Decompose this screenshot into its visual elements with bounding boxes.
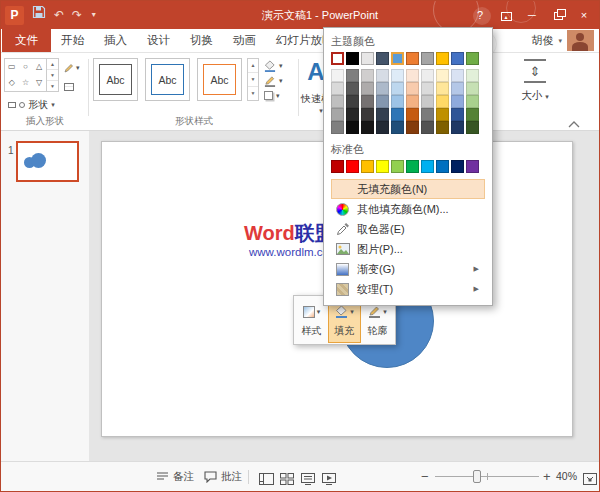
theme-variant-swatch-4-6[interactable]	[421, 121, 434, 134]
theme-variant-swatch-2-2[interactable]	[361, 95, 374, 108]
theme-variant-swatch-3-9[interactable]	[466, 108, 479, 121]
theme-color-swatch-1[interactable]	[346, 52, 359, 65]
theme-variant-swatch-4-3[interactable]	[376, 121, 389, 134]
menu-item-eyedropper[interactable]: 取色器(E)	[331, 219, 485, 239]
slideshow-button[interactable]	[322, 471, 336, 489]
save-button[interactable]	[32, 5, 46, 25]
standard-color-swatch-8[interactable]	[451, 160, 464, 173]
zoom-out-button[interactable]: −	[421, 462, 429, 491]
menu-item-no-fill[interactable]: 无填充颜色(N)	[331, 179, 485, 199]
notes-button[interactable]: 备注	[156, 462, 194, 491]
theme-variant-swatch-4-0[interactable]	[331, 121, 344, 134]
gallery-scroll-down-icon[interactable]: ▼	[47, 70, 58, 81]
minimize-button[interactable]: ─	[519, 1, 545, 29]
shape-style-sample-0[interactable]: Abc	[93, 58, 138, 101]
tab-insert[interactable]: 插入	[94, 29, 137, 52]
theme-variant-swatch-2-6[interactable]	[421, 95, 434, 108]
standard-color-swatch-1[interactable]	[346, 160, 359, 173]
zoom-slider-track[interactable]	[435, 476, 539, 477]
theme-variant-swatch-1-1[interactable]	[346, 82, 359, 95]
theme-variant-swatch-0-5[interactable]	[406, 69, 419, 82]
style-scroll-up-icon[interactable]: ▲	[248, 59, 258, 73]
shape-style-sample-2[interactable]: Abc	[197, 58, 242, 101]
menu-item-texture[interactable]: 纹理(T)▶	[331, 279, 485, 299]
theme-color-swatch-2[interactable]	[361, 52, 374, 65]
theme-variant-swatch-1-0[interactable]	[331, 82, 344, 95]
style-more-icon[interactable]: ▼	[248, 87, 258, 100]
size-icon[interactable]: ⇕	[524, 59, 546, 83]
theme-variant-swatch-0-0[interactable]	[331, 69, 344, 82]
comments-button[interactable]: 批注	[204, 462, 242, 491]
theme-variant-swatch-0-3[interactable]	[376, 69, 389, 82]
theme-variant-swatch-3-7[interactable]	[436, 108, 449, 121]
shape-glyph-1[interactable]: ○	[23, 63, 28, 71]
theme-variant-swatch-4-9[interactable]	[466, 121, 479, 134]
slide-thumbnail[interactable]	[16, 141, 79, 182]
theme-variant-swatch-0-7[interactable]	[436, 69, 449, 82]
tab-file[interactable]: 文件	[2, 29, 51, 52]
ribbon-display-options-button[interactable]: ▲	[493, 1, 519, 29]
gallery-more-icon[interactable]: ▼	[47, 81, 58, 91]
theme-variant-swatch-4-8[interactable]	[451, 121, 464, 134]
undo-button[interactable]: ↶	[54, 5, 64, 25]
theme-variant-swatch-1-9[interactable]	[466, 82, 479, 95]
theme-variant-swatch-0-2[interactable]	[361, 69, 374, 82]
redo-button[interactable]: ↷	[72, 5, 82, 25]
theme-variant-swatch-3-0[interactable]	[331, 108, 344, 121]
fit-to-window-button[interactable]	[583, 471, 597, 489]
theme-variant-swatch-3-4[interactable]	[391, 108, 404, 121]
zoom-percentage[interactable]: 40%	[556, 462, 577, 491]
theme-variant-swatch-1-6[interactable]	[421, 82, 434, 95]
theme-variant-swatch-2-5[interactable]	[406, 95, 419, 108]
menu-item-picture[interactable]: 图片(P)...	[331, 239, 485, 259]
theme-color-swatch-6[interactable]	[421, 52, 434, 65]
theme-variant-swatch-4-7[interactable]	[436, 121, 449, 134]
theme-variant-swatch-2-1[interactable]	[346, 95, 359, 108]
shape-glyph-0[interactable]: ▭	[8, 63, 16, 71]
theme-color-swatch-8[interactable]	[451, 52, 464, 65]
style-scroll-down-icon[interactable]: ▼	[248, 73, 258, 87]
theme-variant-swatch-4-2[interactable]	[361, 121, 374, 134]
theme-variant-swatch-0-1[interactable]	[346, 69, 359, 82]
tab-design[interactable]: 设计	[137, 29, 180, 52]
text-box-button[interactable]	[64, 79, 86, 94]
shapes-gallery[interactable]: ▭○△◇☆▽ ▲ ▼ ▼	[4, 58, 59, 92]
tab-animations[interactable]: 动画	[223, 29, 266, 52]
shapes-button[interactable]: 形状 ▾	[4, 96, 59, 114]
shape-fill-button[interactable]: ▾	[264, 59, 296, 72]
customize-quick-access-button[interactable]: ▼	[90, 5, 97, 25]
theme-variant-swatch-2-8[interactable]	[451, 95, 464, 108]
theme-variant-swatch-3-2[interactable]	[361, 108, 374, 121]
shape-glyph-4[interactable]: ☆	[22, 79, 29, 87]
tab-home[interactable]: 开始	[51, 29, 94, 52]
theme-color-swatch-9[interactable]	[466, 52, 479, 65]
shape-glyph-2[interactable]: △	[36, 63, 42, 71]
tab-transitions[interactable]: 切换	[180, 29, 223, 52]
slide-sorter-button[interactable]	[280, 471, 294, 489]
size-button[interactable]: 大小 ▾	[513, 89, 557, 103]
normal-view-button[interactable]	[259, 471, 274, 489]
theme-variant-swatch-1-8[interactable]	[451, 82, 464, 95]
theme-variant-swatch-1-4[interactable]	[391, 82, 404, 95]
zoom-in-button[interactable]: +	[543, 462, 551, 491]
menu-item-more-fill-colors[interactable]: 其他填充颜色(M)...	[331, 199, 485, 219]
shape-style-sample-1[interactable]: Abc	[145, 58, 190, 101]
shape-glyph-5[interactable]: ▽	[36, 79, 42, 87]
theme-variant-swatch-2-4[interactable]	[391, 95, 404, 108]
theme-color-swatch-0[interactable]	[331, 52, 344, 65]
theme-variant-swatch-3-5[interactable]	[406, 108, 419, 121]
standard-color-swatch-7[interactable]	[436, 160, 449, 173]
shape-effects-button[interactable]: ▾	[264, 89, 296, 102]
theme-variant-swatch-1-3[interactable]	[376, 82, 389, 95]
theme-variant-swatch-2-7[interactable]	[436, 95, 449, 108]
edit-shape-button[interactable]: ▾	[64, 60, 86, 75]
shape-outline-button[interactable]: ▾	[264, 74, 296, 87]
theme-variant-swatch-1-5[interactable]	[406, 82, 419, 95]
theme-variant-swatch-0-9[interactable]	[466, 69, 479, 82]
theme-variant-swatch-2-0[interactable]	[331, 95, 344, 108]
shape-glyph-3[interactable]: ◇	[9, 79, 15, 87]
user-menu-caret-icon[interactable]: ▾	[558, 37, 562, 45]
theme-variant-swatch-2-9[interactable]	[466, 95, 479, 108]
help-button[interactable]: ?	[467, 1, 493, 29]
zoom-slider-thumb[interactable]	[473, 470, 481, 483]
